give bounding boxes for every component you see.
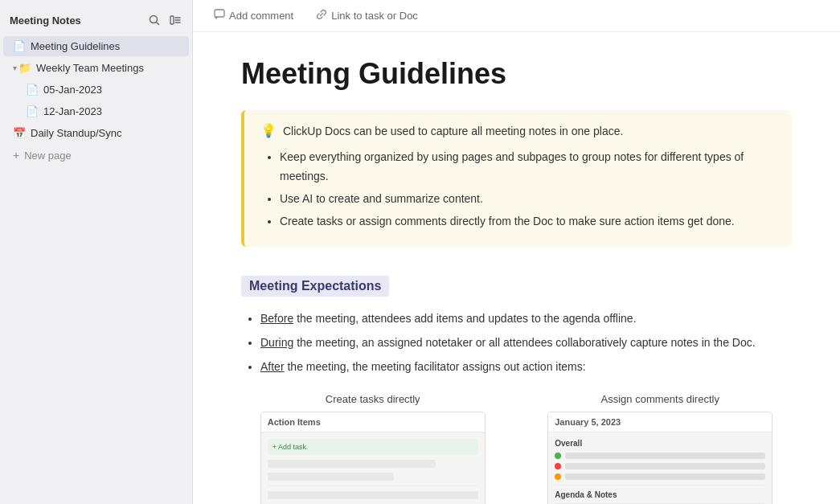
add-comment-button[interactable]: Add comment: [209, 6, 298, 25]
create-tasks-col: Create tasks directly Action Items + Add…: [241, 393, 505, 504]
comment-bubble-icon: [214, 9, 225, 20]
chain-link-icon: [316, 9, 327, 20]
lightbulb-icon: 💡: [260, 123, 277, 138]
sidebar-title: Meeting Notes: [10, 14, 81, 27]
before-text: the meeting, attendees add items and upd…: [293, 312, 636, 325]
sidebar-item-12-jan[interactable]: 📄 12-Jan-2023: [3, 101, 189, 121]
expectations-item-during: During the meeting, an assigned notetake…: [260, 334, 792, 353]
sidebar-header: Meeting Notes: [0, 6, 192, 35]
link-to-task-label: Link to task or Doc: [331, 10, 418, 22]
dot-row: [555, 453, 765, 459]
document-title: Meeting Guidelines: [241, 56, 792, 91]
callout-bullet-item: Create tasks or assign comments directly…: [280, 212, 776, 232]
mock-line: [565, 453, 765, 459]
green-dot: [555, 453, 561, 459]
doc-icon: 📄: [13, 40, 26, 52]
svg-rect-6: [215, 10, 224, 17]
sidebar-item-daily-standup[interactable]: 📅 Daily Standup/Sync: [3, 123, 189, 143]
sidebar-item-label: Meeting Guidelines: [31, 40, 179, 52]
sidebar-item-label: Weekly Team Meetings: [36, 62, 179, 74]
during-text: the meeting, an assigned notetaker or al…: [293, 336, 755, 349]
section-heading-wrapper: Meeting Expectations: [241, 269, 792, 309]
doc-icon: 📄: [26, 105, 39, 117]
expectations-list: Before the meeting, attendees add items …: [241, 309, 792, 376]
mock-row: [268, 491, 478, 499]
search-icon: [149, 14, 160, 26]
sidebar-item-meeting-guidelines[interactable]: 📄 Meeting Guidelines: [3, 36, 189, 56]
create-tasks-label: Create tasks directly: [326, 393, 420, 405]
screenshots-row: Create tasks directly Action Items + Add…: [241, 393, 792, 504]
add-comment-label: Add comment: [229, 10, 293, 22]
layout-toggle-button[interactable]: [168, 13, 182, 27]
mock-line: [565, 473, 765, 480]
create-tasks-screenshot: Action Items + Add task: [260, 412, 486, 504]
callout-intro-text: ClickUp Docs can be used to capture all …: [283, 123, 623, 140]
svg-line-1: [157, 23, 159, 25]
screenshot-header: Action Items: [261, 412, 485, 432]
expectations-item-after: After the meeting, the meeting facilitat…: [260, 358, 792, 377]
sidebar-item-05-jan[interactable]: 📄 05-Jan-2023: [3, 80, 189, 100]
search-button[interactable]: [147, 13, 162, 27]
screenshot-header: January 5, 2023: [548, 412, 772, 432]
divider: [555, 485, 765, 486]
doc-icon: 📄: [26, 84, 39, 96]
divider: [268, 486, 478, 486]
chevron-down-icon: ▾: [13, 64, 17, 72]
screenshot-date: January 5, 2023: [555, 417, 621, 427]
after-text: the meeting, the meeting facilitator ass…: [285, 360, 586, 373]
callout-box: 💡 ClickUp Docs can be used to capture al…: [241, 110, 792, 247]
svg-rect-2: [170, 16, 174, 24]
sidebar-item-label: 12-Jan-2023: [43, 105, 179, 117]
assign-comments-screenshot: January 5, 2023 Overall: [547, 412, 772, 504]
callout-bullet-item: Use AI to create and summarize content.: [280, 190, 776, 209]
section-label: Agenda & Notes: [555, 490, 765, 499]
callout-header: 💡 ClickUp Docs can be used to capture al…: [260, 123, 776, 140]
assign-comments-label: Assign comments directly: [601, 393, 719, 405]
document-content: Meeting Guidelines 💡 ClickUp Docs can be…: [193, 32, 840, 504]
comment-icon: [214, 9, 225, 23]
mock-row: [268, 473, 394, 481]
during-link: During: [260, 336, 293, 349]
orange-dot: [555, 473, 561, 480]
screenshot-body: + Add task: [261, 432, 485, 504]
before-link: Before: [260, 312, 293, 325]
sidebar-item-weekly-team-meetings[interactable]: ▾ 📁 Weekly Team Meetings: [3, 58, 189, 78]
main-content: Add comment Link to task or Doc Meeting …: [193, 0, 840, 504]
folder-icon: 📁: [18, 62, 31, 74]
new-page-button[interactable]: + New page: [3, 145, 189, 166]
after-link: After: [260, 360, 285, 373]
screenshot-body: Overall: [548, 432, 772, 504]
mock-line: [565, 463, 765, 469]
dot-row: [555, 463, 765, 469]
doc-toolbar: Add comment Link to task or Doc: [193, 0, 840, 32]
section-label: Overall: [555, 439, 765, 448]
link-icon: [316, 9, 327, 23]
mock-row: [268, 460, 436, 468]
layout-icon: [170, 14, 181, 26]
link-to-task-button[interactable]: Link to task or Doc: [311, 6, 423, 25]
assign-comments-col: Assign comments directly January 5, 2023…: [529, 393, 793, 504]
dot-row: [555, 473, 765, 480]
expectations-item-before: Before the meeting, attendees add items …: [260, 309, 792, 329]
calendar-icon: 📅: [13, 127, 26, 139]
callout-bullet-list: Keep everything organized by using pages…: [260, 148, 776, 231]
sidebar-item-label: 05-Jan-2023: [43, 84, 179, 96]
sidebar-icon-group: [147, 13, 182, 27]
sidebar: Meeting Notes 📄 Meeting Guidelines: [0, 0, 193, 504]
new-page-label: New page: [24, 150, 72, 162]
sidebar-item-label: Daily Standup/Sync: [31, 127, 179, 139]
callout-bullet-item: Keep everything organized by using pages…: [280, 148, 776, 186]
plus-icon: +: [13, 149, 19, 162]
section-heading: Meeting Expectations: [241, 276, 389, 297]
red-dot: [555, 463, 561, 469]
